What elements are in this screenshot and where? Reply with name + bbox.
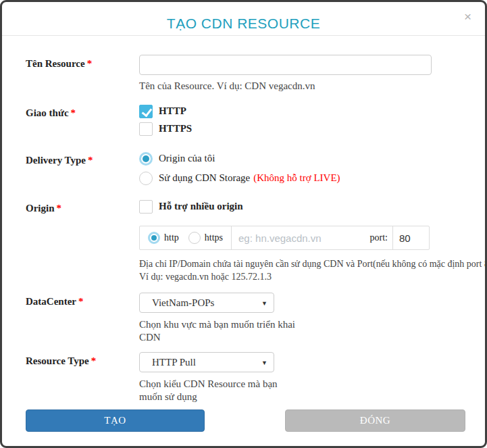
origin-label: Origin*: [26, 199, 139, 283]
http-checkbox-label: HTTP: [159, 105, 186, 117]
port-input[interactable]: [393, 232, 429, 244]
datacenter-select[interactable]: VietNam-POPs ▼: [139, 293, 274, 313]
datacenter-label: DataCenter*: [26, 293, 139, 344]
cdn-storage-radio-label: Sử dụng CDN Storage: [159, 172, 250, 184]
delivery-type-row: Delivery Type* Origin của tôi Sử dụng CD…: [26, 151, 471, 185]
dialog-header: TẠO CDN RESOURCE ×: [2, 2, 485, 36]
multi-origin-checkbox[interactable]: [139, 200, 153, 214]
origin-row: Origin* Hỗ trợ nhiều origin http: [26, 199, 471, 283]
http-scheme-radio[interactable]: [148, 232, 160, 244]
resource-name-row: Tên Resource* Tên của Resource. Ví dụ: C…: [26, 55, 471, 93]
required-mark: *: [57, 203, 62, 214]
origin-input-group: http https port:: [139, 226, 430, 250]
https-checkbox[interactable]: [139, 122, 153, 136]
resource-type-select[interactable]: HTTP Pull ▼: [139, 352, 274, 372]
delivery-option-cdn-storage[interactable]: Sử dụng CDN Storage (Không hỗ trợ LIVE): [139, 171, 471, 185]
multi-origin-option[interactable]: Hỗ trợ nhiều origin: [139, 199, 471, 214]
port-box: [392, 226, 429, 249]
datacenter-helper-line1: Chọn khu vực mà bạn muốn triển khai: [139, 318, 471, 331]
resource-type-helper-line1: Chọn kiểu CDN Resource mà bạn: [139, 378, 471, 391]
origin-helper-line1: Địa chỉ IP/Domain chứa tài nguyên cần sử…: [139, 257, 471, 270]
origin-host-input[interactable]: [232, 226, 370, 249]
http-checkbox[interactable]: [139, 105, 153, 118]
https-checkbox-label: HTTPS: [159, 123, 192, 134]
scheme-option-http[interactable]: http: [148, 232, 179, 244]
dropdown-arrow-icon: ▼: [261, 359, 267, 366]
resource-type-selected-value: HTTP Pull: [152, 357, 196, 368]
resource-type-helper: Chọn kiểu CDN Resource mà bạn muốn sử dụ…: [139, 378, 471, 403]
required-mark: *: [91, 355, 97, 366]
close-button[interactable]: ĐÓNG: [285, 409, 465, 432]
close-icon[interactable]: ×: [464, 10, 471, 23]
delivery-type-label: Delivery Type*: [26, 151, 139, 185]
delivery-option-my-origin[interactable]: Origin của tôi: [139, 151, 471, 166]
my-origin-radio[interactable]: [139, 152, 153, 166]
dropdown-arrow-icon: ▼: [261, 300, 267, 307]
protocol-option-http[interactable]: HTTP: [139, 104, 471, 118]
required-mark: *: [88, 155, 93, 166]
create-cdn-resource-dialog: TẠO CDN RESOURCE × Tên Resource* Tên của…: [0, 0, 487, 448]
origin-helper-line2: Ví dụ: vegacdn.vn hoặc 125.72.1.3: [139, 270, 471, 283]
dialog-body: Tên Resource* Tên của Resource. Ví dụ: C…: [2, 36, 485, 432]
create-button[interactable]: TẠO: [26, 409, 205, 432]
datacenter-helper: Chọn khu vực mà bạn muốn triển khai CDN: [139, 318, 471, 344]
https-scheme-label: https: [205, 232, 223, 243]
my-origin-radio-label: Origin của tôi: [159, 153, 215, 164]
resource-type-helper-line2: muốn sử dụng: [139, 391, 471, 403]
resource-name-helper: Tên của Resource. Ví dụ: CDN vegacdn.vn: [139, 80, 471, 93]
dialog-title: TẠO CDN RESOURCE: [2, 2, 485, 32]
resource-type-label: Resource Type*: [26, 352, 139, 403]
origin-scheme-segment: http https: [140, 226, 232, 249]
datacenter-selected-value: VietNam-POPs: [152, 297, 214, 309]
multi-origin-checkbox-label: Hỗ trợ nhiều origin: [159, 201, 243, 212]
scheme-option-https[interactable]: https: [188, 232, 223, 244]
dialog-footer: TẠO ĐÓNG: [26, 409, 471, 432]
port-label: port:: [370, 232, 392, 243]
datacenter-helper-line2: CDN: [139, 331, 471, 344]
protocol-label: Giao thức*: [26, 104, 139, 136]
required-mark: *: [78, 296, 84, 307]
resource-name-label: Tên Resource*: [26, 55, 139, 93]
protocol-row: Giao thức* HTTP HTTPS: [26, 104, 471, 136]
required-mark: *: [87, 58, 93, 69]
no-live-support-note: (Không hỗ trợ LIVE): [253, 172, 340, 184]
https-scheme-radio[interactable]: [188, 232, 201, 244]
datacenter-row: DataCenter* VietNam-POPs ▼ Chọn khu vực …: [26, 293, 471, 344]
protocol-option-https[interactable]: HTTPS: [139, 122, 471, 136]
cdn-storage-radio[interactable]: [139, 172, 153, 185]
resource-type-row: Resource Type* HTTP Pull ▼ Chọn kiểu CDN…: [26, 352, 471, 403]
origin-helper: Địa chỉ IP/Domain chứa tài nguyên cần sử…: [139, 257, 471, 283]
resource-name-input[interactable]: [139, 55, 432, 75]
required-mark: *: [71, 107, 76, 118]
http-scheme-label: http: [164, 232, 179, 243]
